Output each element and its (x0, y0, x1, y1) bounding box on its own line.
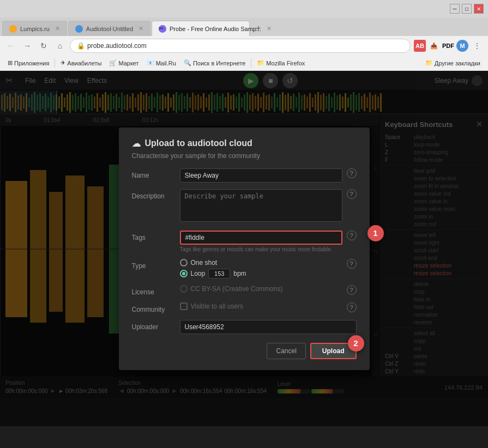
bookmarks-bar: ⊞ Приложения ✈ Авиабилеты 🛒 Маркет 📧 Mai… (0, 56, 488, 71)
tab-bar: Lumpics.ru ✕ Audiotool·Untitled ✕ ✂ Prob… (0, 17, 488, 36)
tab-lumpics[interactable]: Lumpics.ru ✕ (2, 21, 67, 36)
bookmark-label: Поиск в Интернете (193, 60, 245, 66)
upload-modal: ☁ Upload to audiotool cloud Characterise… (119, 128, 370, 370)
description-input[interactable] (180, 189, 342, 222)
bookmark-icon: 🛒 (109, 59, 117, 66)
bookmark-firefox[interactable]: 📁 Mozilla Firefox (254, 58, 308, 68)
community-checkbox[interactable] (180, 302, 188, 310)
modal-footer: Cancel Upload 2 (132, 343, 357, 359)
close-button[interactable]: ✕ (474, 4, 484, 14)
bookmark-label: Mail.Ru (156, 60, 176, 66)
new-tab-button[interactable]: + (251, 21, 266, 36)
modal-subtitle: Characterise your sample for the communi… (132, 152, 357, 160)
community-option: Visible to all users (180, 302, 342, 310)
loop-option[interactable]: Loop bpm (180, 269, 342, 279)
bookmark-other[interactable]: 📁 Другие закладки (422, 58, 484, 68)
loop-label: Loop (191, 270, 206, 277)
bookmark-apps[interactable]: ⊞ Приложения (4, 58, 52, 68)
radio-group: One shot Loop bpm (180, 259, 342, 279)
forward-button[interactable]: → (21, 39, 34, 52)
bookmark-icon: 🔍 (184, 59, 191, 66)
name-help-icon[interactable]: ? (347, 168, 357, 178)
description-row: Description ? (132, 189, 357, 224)
profile-icon[interactable]: M (456, 40, 468, 52)
uploader-field (180, 320, 357, 334)
bookmark-separator (251, 59, 251, 68)
bookmark-search[interactable]: 🔍 Поиск в Интернете (180, 58, 249, 68)
menu-button[interactable]: ⋮ (471, 39, 484, 52)
bookmark-icon: 📧 (147, 59, 154, 66)
tags-field: #fiddle Tags like genres or moods can ma… (180, 231, 342, 252)
reload-button[interactable]: ↻ (37, 39, 50, 52)
community-help-icon[interactable]: ? (347, 302, 357, 312)
license-row: License CC BY-SA (Creative Commons) ? (132, 285, 357, 296)
bpm-input[interactable] (208, 269, 230, 279)
adblock-icon[interactable]: AB (414, 40, 426, 52)
one-shot-radio[interactable] (180, 259, 188, 267)
app-container: ✂ File Edit View Effects ▶ ■ ↺ Sleep Awa… (0, 71, 488, 448)
tab-label: Audiotool·Untitled (86, 26, 133, 32)
license-option: CC BY-SA (Creative Commons) (180, 285, 342, 293)
tab-favicon: ✂ (159, 25, 166, 33)
one-shot-label: One shot (191, 259, 218, 267)
tab-close-icon[interactable]: ✕ (55, 25, 60, 32)
type-row: Type One shot Loop bpm (132, 259, 357, 279)
license-value: CC BY-SA (Creative Commons) (191, 285, 283, 293)
modal-title: ☁ Upload to audiotool cloud (132, 138, 357, 149)
home-button[interactable]: ⌂ (53, 39, 67, 52)
back-button[interactable]: ← (4, 39, 17, 52)
type-help-icon[interactable]: ? (347, 259, 357, 269)
description-help-icon[interactable]: ? (347, 189, 357, 199)
license-help-icon[interactable]: ? (347, 285, 357, 295)
loop-radio-dot (182, 272, 185, 275)
address-bar: ← → ↻ ⌂ 🔒 probe.audiotool.com AB 📥 PDF M… (0, 36, 488, 56)
type-label: Type (132, 259, 176, 270)
modal-overlay: ☁ Upload to audiotool cloud Characterise… (0, 71, 488, 426)
bookmark-label: Маркет (118, 60, 138, 66)
license-radio[interactable] (180, 285, 188, 293)
bookmark-icon: 📁 (425, 59, 433, 66)
name-row: Name ? (132, 168, 357, 183)
bookmark-icon: ✈ (61, 59, 65, 66)
tab-label: Lumpics.ru (20, 26, 50, 32)
one-shot-option[interactable]: One shot (180, 259, 342, 267)
description-field (180, 189, 342, 224)
tab-label: Probe - Free Online Audio Samp... (170, 26, 261, 32)
bookmark-icon: 📁 (257, 59, 264, 66)
tags-row: Tags #fiddle Tags like genres or moods c… (132, 231, 357, 252)
url-input[interactable]: 🔒 probe.audiotool.com (70, 39, 411, 53)
license-field: CC BY-SA (Creative Commons) (180, 285, 342, 293)
url-text: probe.audiotool.com (87, 42, 147, 50)
tab-probe[interactable]: ✂ Probe - Free Online Audio Samp... ✕ (152, 21, 250, 36)
uploader-input[interactable] (180, 320, 357, 334)
community-value: Visible to all users (191, 302, 244, 310)
ext-icon2[interactable]: PDF (442, 40, 454, 52)
upload-icon: ☁ (132, 138, 141, 149)
cancel-button[interactable]: Cancel (267, 343, 305, 359)
tags-help-icon[interactable]: ? (347, 231, 357, 240)
tags-input-wrapper[interactable]: #fiddle (180, 231, 342, 245)
type-field: One shot Loop bpm (180, 259, 342, 279)
ext-icon1[interactable]: 📥 (428, 40, 440, 52)
bpm-unit: bpm (233, 270, 246, 277)
bookmark-label: Другие закладки (435, 60, 480, 66)
window-controls: ─ □ ✕ (450, 4, 484, 14)
loop-radio[interactable] (180, 270, 188, 277)
maximize-button[interactable]: □ (462, 4, 472, 14)
bookmark-market[interactable]: 🛒 Маркет (106, 58, 142, 68)
tab-close-icon[interactable]: ✕ (267, 25, 272, 32)
tab-favicon (9, 25, 17, 33)
minimize-button[interactable]: ─ (450, 4, 460, 14)
uploader-row: Uploader (132, 320, 357, 334)
bookmark-label: Авиабилеты (67, 60, 101, 66)
tab-close-icon[interactable]: ✕ (138, 25, 143, 32)
tab-audiotool[interactable]: Audiotool·Untitled ✕ (68, 21, 150, 36)
name-field (180, 168, 342, 183)
name-input[interactable] (180, 168, 342, 183)
step2-badge: 2 (348, 335, 364, 352)
community-label: Community (132, 302, 176, 313)
bookmark-mail[interactable]: 📧 Mail.Ru (143, 58, 179, 68)
bookmark-label: Приложения (14, 60, 49, 66)
bookmark-flights[interactable]: ✈ Авиабилеты (57, 58, 105, 68)
address-icons: AB 📥 PDF M ⋮ (414, 39, 484, 52)
